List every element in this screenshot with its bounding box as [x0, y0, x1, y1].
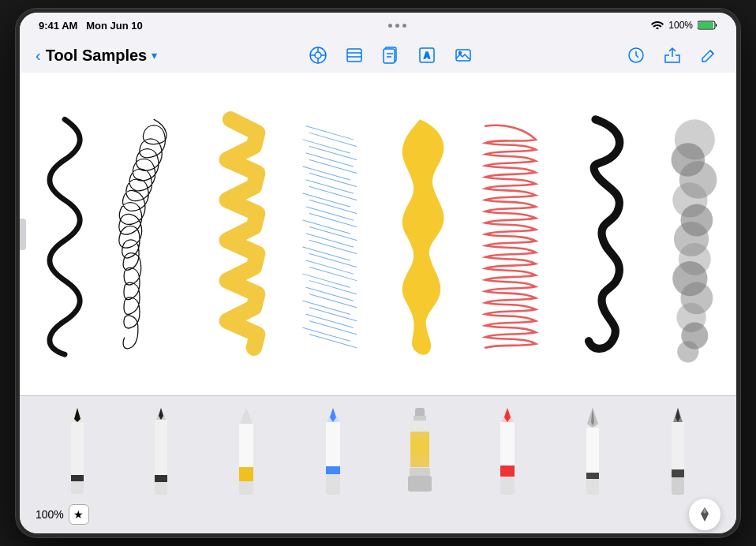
svg-rect-60: [500, 422, 515, 466]
svg-rect-8: [347, 49, 361, 62]
tool-fountain-pen[interactable]: [581, 408, 604, 499]
svg-rect-52: [414, 416, 426, 421]
tool-dark-marker[interactable]: [665, 408, 691, 499]
svg-rect-70: [672, 422, 684, 476]
brush-sample-ink-wash: [647, 73, 737, 395]
svg-rect-71: [672, 469, 684, 477]
svg-rect-62: [500, 477, 515, 495]
svg-rect-72: [672, 477, 684, 495]
svg-rect-67: [586, 479, 599, 495]
tool-paint-bucket[interactable]: [406, 408, 434, 499]
zoom-level: 100%: [36, 508, 64, 521]
svg-rect-12: [384, 49, 395, 63]
status-bar: 9:41 AM Mon Jun 10 100%: [20, 13, 736, 38]
back-chevron-icon: ‹: [36, 47, 41, 63]
svg-point-3: [315, 52, 321, 58]
nav-right-icons: [624, 43, 720, 67]
svg-rect-48: [326, 422, 340, 473]
layers-icon[interactable]: [342, 43, 366, 67]
nav-center-icons: A: [306, 43, 475, 67]
left-edge-button[interactable]: [20, 219, 26, 250]
svg-rect-35: [71, 475, 84, 481]
svg-rect-61: [500, 466, 515, 477]
status-time: 9:41 AM Mon Jun 10: [39, 20, 143, 32]
svg-rect-56: [410, 468, 430, 476]
ipad-screen: 9:41 AM Mon Jun 10 100%: [20, 13, 736, 533]
history-icon[interactable]: [624, 43, 648, 67]
tools-panel: 100% ★: [20, 395, 736, 533]
tool-black-pencil[interactable]: [65, 408, 89, 499]
svg-rect-55: [410, 438, 429, 455]
svg-rect-45: [239, 481, 253, 495]
battery-percentage: 100%: [668, 20, 693, 31]
battery-icon: [698, 21, 717, 30]
svg-marker-42: [240, 408, 253, 424]
svg-text:A: A: [424, 50, 430, 60]
svg-rect-49: [326, 466, 340, 474]
brush-samples: [20, 73, 736, 395]
back-button[interactable]: ‹: [36, 47, 41, 63]
tool-red-crayon[interactable]: [495, 408, 520, 499]
canvas-area: [20, 73, 736, 395]
page-title: Tool Samples: [46, 47, 148, 65]
status-dot-3: [402, 24, 406, 28]
status-center: [388, 24, 406, 28]
edit-icon[interactable]: [697, 43, 720, 67]
brush-sample-yellow-marker: [199, 73, 289, 395]
nav-bar: ‹ Tool Samples ▾: [20, 38, 736, 73]
favorite-badge[interactable]: ★: [69, 504, 89, 525]
svg-rect-66: [586, 473, 599, 479]
tool-blue-marker[interactable]: [320, 408, 346, 499]
pencil-tip-button[interactable]: [689, 499, 720, 530]
nav-left: ‹ Tool Samples ▾: [36, 47, 157, 65]
image-icon[interactable]: [451, 43, 475, 67]
svg-rect-34: [71, 422, 84, 481]
status-dot-1: [388, 24, 392, 28]
brush-sample-black-calligraphy: [557, 73, 647, 395]
zoom-badge: 100% ★: [36, 504, 89, 525]
svg-rect-36: [71, 481, 84, 494]
tool-yellow-marker[interactable]: [233, 408, 260, 499]
brush-sample-black-pen: [20, 73, 110, 395]
brush-sample-loops: [110, 73, 200, 395]
share-icon[interactable]: [661, 43, 684, 67]
svg-point-31: [677, 342, 698, 363]
svg-rect-44: [239, 467, 253, 481]
wifi-icon: [651, 20, 664, 32]
svg-rect-39: [155, 420, 167, 481]
tools-row: [20, 396, 736, 499]
tool-fineliner[interactable]: [150, 408, 172, 499]
star-icon: ★: [73, 508, 84, 521]
brush-sample-blue-pencil: [289, 73, 379, 395]
ipad-frame: 9:41 AM Mon Jun 10 100%: [15, 8, 741, 538]
brush-sample-red-crayon: [468, 73, 558, 395]
text-icon[interactable]: A: [415, 43, 439, 67]
draw-tool-icon[interactable]: [306, 43, 330, 67]
status-right: 100%: [651, 20, 717, 32]
brush-sample-yellow-fill: [378, 73, 468, 395]
svg-rect-1: [698, 22, 713, 28]
title-dropdown-icon[interactable]: ▾: [152, 49, 157, 62]
pages-icon[interactable]: [379, 43, 402, 67]
svg-rect-57: [408, 476, 432, 492]
tools-footer: 100% ★: [20, 499, 736, 533]
status-dot-2: [395, 24, 399, 28]
svg-rect-40: [155, 475, 167, 482]
svg-rect-50: [326, 474, 340, 495]
svg-rect-65: [586, 428, 599, 479]
svg-rect-41: [155, 482, 167, 495]
